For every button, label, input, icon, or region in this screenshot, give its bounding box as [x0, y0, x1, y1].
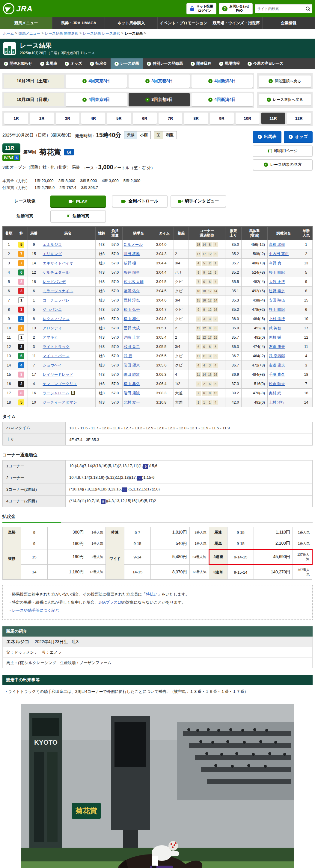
horse-link[interactable]: エリキング	[42, 252, 62, 256]
jockey-link[interactable]: 団野 大成	[124, 326, 140, 330]
trainer-link[interactable]: 上村 洋行	[269, 317, 285, 321]
horse-link[interactable]: アロンディ	[42, 326, 62, 330]
horse-link[interactable]: エネルジコ	[42, 243, 62, 247]
patrol-video-button[interactable]: 全周パトロール	[112, 195, 168, 207]
sub-nav-item[interactable]: 馬場情報	[215, 58, 244, 69]
net-voting-login-button[interactable]: ネット投票 ログイン	[187, 3, 217, 14]
breadcrumb-link[interactable]: 競馬メニュー	[19, 31, 40, 36]
jockey-link[interactable]: 武 豊	[124, 354, 132, 358]
global-nav-item[interactable]: ネット馬券購入	[105, 18, 158, 29]
meeting-button[interactable]: 4回新潟4日	[192, 93, 253, 106]
trainer-link[interactable]: 中内田 充正	[269, 252, 289, 256]
trainer-link[interactable]: 杉山 晴紀	[269, 270, 285, 275]
horse-link[interactable]: アマキヒ	[42, 335, 58, 340]
sub-nav-item[interactable]: 開催日程	[187, 58, 215, 69]
jockey-link[interactable]: 川田 将雅	[124, 252, 140, 256]
race-tab[interactable]: 10R	[236, 113, 260, 124]
note-link[interactable]: JRAプラス10	[98, 600, 122, 604]
trainer-link[interactable]: 今野 貞一	[269, 261, 285, 265]
note-link[interactable]: レースや騎手等につく記号	[12, 608, 59, 613]
horse-link[interactable]: エキサイトバイオ	[42, 261, 73, 265]
jockey-link[interactable]: 藤岡 佑介	[124, 289, 140, 293]
search-icon[interactable]	[306, 7, 310, 11]
horse-link[interactable]: ゲルチュタール	[42, 270, 69, 275]
back-to-race-select-button[interactable]: レース選択へ戻る	[259, 94, 311, 106]
trainer-link[interactable]: 友道 康夫	[269, 363, 285, 367]
sub-nav-item[interactable]: 特別レース登録馬	[143, 58, 187, 69]
sub-nav-item[interactable]: 開催お知らせ	[0, 58, 36, 69]
horse-link[interactable]: ヤマニンブークリエ	[42, 382, 77, 386]
result-guide-button[interactable]: レース結果の見方	[253, 159, 313, 170]
global-nav-item[interactable]: 競馬場・ウインズ・指定席	[210, 18, 262, 29]
breadcrumb-link[interactable]: レース結果 レース選択	[83, 31, 120, 36]
race-video-play-button[interactable]: PLAY	[50, 195, 106, 207]
jockey-link[interactable]: 佐々木 大輔	[124, 280, 144, 284]
trainer-link[interactable]: 大竹 正博	[269, 280, 285, 284]
sub-nav-item[interactable]: オッズ	[61, 58, 86, 69]
global-nav-item[interactable]: 競馬メニュー	[0, 18, 53, 29]
breadcrumb-link[interactable]: レース結果 開催選択	[45, 31, 78, 36]
jockey-link[interactable]: 松山 弘平	[124, 308, 140, 312]
shutsuba-button[interactable]: 出馬表	[253, 131, 281, 143]
race-tab[interactable]: 5R	[107, 113, 131, 124]
meeting-button[interactable]: 3回京都9日	[128, 93, 190, 106]
jockey-link[interactable]: C.ルメール	[124, 243, 143, 247]
race-tab[interactable]: 7R	[159, 113, 182, 124]
horse-link[interactable]: コーチェラバレー	[42, 298, 73, 302]
trainer-link[interactable]: 武 幸四郎	[269, 354, 285, 358]
horse-link[interactable]: レッドバンデ	[42, 280, 66, 284]
search-input[interactable]	[257, 7, 306, 11]
trainer-link[interactable]: 松永 幹夫	[269, 382, 285, 386]
jockey-interview-button[interactable]: 騎手インタビュー	[171, 195, 226, 207]
horse-link[interactable]: ミラージュナイト	[42, 289, 73, 293]
trainer-link[interactable]: 国枝 栄	[269, 335, 281, 340]
jockey-link[interactable]: 荻野 極	[124, 261, 136, 265]
trainer-link[interactable]: 安田 翔伍	[269, 298, 285, 302]
race-tab[interactable]: 1R	[4, 113, 28, 124]
sub-nav-item[interactable]: 出馬表	[36, 58, 61, 69]
race-tab[interactable]: 8R	[184, 113, 208, 124]
horse-link[interactable]: ジーティーアダマン	[42, 400, 77, 404]
trainer-link[interactable]: 奥村 武	[269, 391, 281, 395]
jockey-link[interactable]: 坂井 瑠星	[124, 270, 140, 275]
horse-link[interactable]: ラーシャローム	[42, 391, 69, 395]
global-nav-item[interactable]: 馬券・JRA-UMACA	[53, 18, 105, 29]
jockey-link[interactable]: 横山 和生	[124, 317, 140, 321]
faq-button[interactable]: ? お問い合わせ FAQ	[219, 3, 253, 14]
meeting-button[interactable]: 4回東京8日	[66, 74, 127, 88]
note-link[interactable]: 特払い	[146, 592, 158, 596]
global-nav-item[interactable]: イベント・プロモーション	[158, 18, 210, 29]
race-tab[interactable]: 11R	[261, 113, 285, 124]
jra-logo[interactable]: JRA	[3, 3, 33, 14]
sub-nav-item[interactable]: レース結果	[111, 58, 143, 69]
race-tab[interactable]: 6R	[133, 113, 157, 124]
trainer-link[interactable]: 辻野 泰之	[269, 289, 285, 293]
race-tab[interactable]: 2R	[30, 113, 54, 124]
jockey-link[interactable]: 嶋田 純次	[124, 372, 140, 377]
trainer-link[interactable]: 上村 洋行	[269, 400, 285, 404]
sub-nav-item[interactable]: 払戻金	[86, 58, 111, 69]
trainer-link[interactable]: 武 英智	[269, 326, 281, 330]
back-to-meeting-select-button[interactable]: 開催選択へ戻る	[259, 75, 311, 87]
finish-photo-button[interactable]: 決勝写真	[50, 210, 106, 222]
print-page-button[interactable]: 印刷用ページ	[253, 146, 313, 156]
odds-button[interactable]: オッズ	[284, 131, 313, 143]
breadcrumb-link[interactable]: ホーム	[3, 31, 14, 36]
jockey-link[interactable]: 北村 友一	[124, 400, 140, 404]
trainer-link[interactable]: 杉山 晴紀	[269, 308, 285, 312]
sub-nav-item[interactable]: 今週の注目レース	[244, 58, 287, 69]
race-tab[interactable]: 12R	[287, 113, 311, 124]
horse-link[interactable]: レクスノヴァス	[42, 317, 69, 321]
race-tab[interactable]: 3R	[56, 113, 80, 124]
jockey-link[interactable]: 岩田 康誠	[124, 391, 140, 395]
meeting-button[interactable]: 4回東京9日	[66, 93, 127, 106]
race-tab[interactable]: 4R	[81, 113, 105, 124]
jockey-link[interactable]: 岩田 望来	[124, 363, 140, 367]
global-nav-item[interactable]: 企業情報	[262, 18, 315, 29]
jockey-link[interactable]: 戸崎 圭太	[124, 335, 140, 340]
trainer-link[interactable]: 手塚 貴久	[269, 372, 285, 377]
jockey-link[interactable]: 横山 典弘	[124, 382, 140, 386]
trainer-link[interactable]: 高柳 瑞樹	[269, 243, 285, 247]
horse-link[interactable]: レイヤードレッド	[42, 372, 73, 377]
horse-link[interactable]: ライトトラック	[42, 345, 69, 349]
